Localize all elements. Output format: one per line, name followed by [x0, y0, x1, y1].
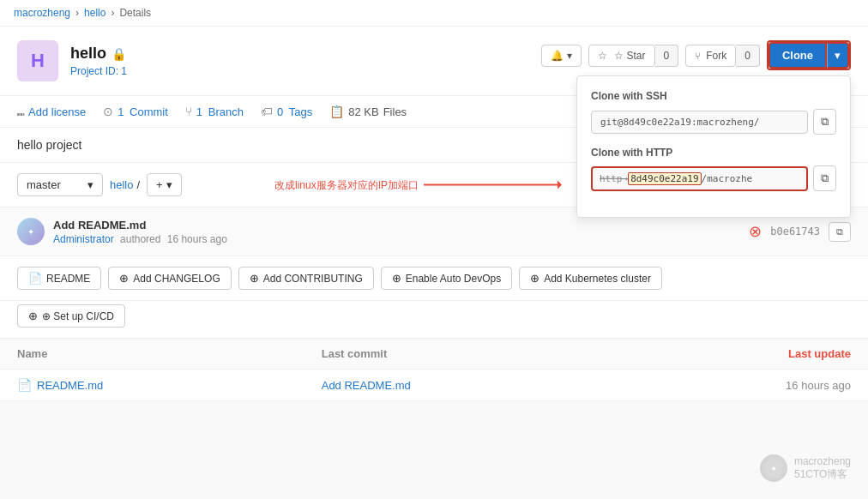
path-breadcrumb: hello /: [110, 178, 140, 191]
notify-arrow: ▾: [567, 50, 572, 62]
branches-stat: ⑂ 1 Branch: [185, 105, 244, 118]
http-copy-button[interactable]: ⧉: [813, 165, 836, 191]
breadcrumb-hello[interactable]: hello: [84, 7, 105, 19]
tags-label: Tags: [289, 105, 312, 118]
license-icon: ⑉: [17, 105, 24, 118]
plus-icon-cicd: ⊕: [28, 310, 38, 322]
table-row: 📄 README.md Add README.md 16 hours ago: [0, 370, 868, 401]
chevron-down-icon: ▾: [835, 49, 841, 62]
commit-error-icon: ⊗: [749, 222, 762, 241]
project-id: Project ID: 1: [70, 65, 127, 77]
star-button[interactable]: ☆ ☆ Star: [588, 45, 654, 67]
setup-bar: ⊕ ⊕ Set up CI/CD: [0, 301, 868, 339]
files-size: 82 KB: [348, 105, 378, 118]
bell-icon: 🔔: [551, 50, 564, 62]
fork-icon: ⑂: [695, 51, 701, 61]
file-link-readme[interactable]: 📄 README.md: [17, 378, 287, 392]
http-prefix: http→: [600, 173, 628, 184]
plus-icon-changelog: ⊕: [119, 272, 129, 285]
files-icon: 📋: [329, 105, 344, 118]
authored-label: authored: [120, 233, 160, 245]
breadcrumb: macrozheng › hello › Details: [0, 0, 868, 27]
http-section-title: Clone with HTTP: [591, 147, 836, 159]
copy-icon-2: ⧉: [821, 171, 829, 184]
last-commit-header: Last commit: [304, 339, 617, 370]
plus-icon: +: [156, 178, 163, 191]
lock-icon: 🔒: [112, 47, 126, 61]
fork-count: 0: [736, 45, 760, 67]
star-label: ☆ Star: [614, 50, 645, 62]
copy-icon: ⧉: [821, 115, 829, 128]
ssh-section-title: Clone with SSH: [591, 90, 836, 102]
breadcrumb-sep2: ›: [111, 7, 114, 19]
plus-icon-devops: ⊕: [392, 272, 401, 285]
commit-hash: b0e61743: [770, 225, 820, 237]
clone-arrow-button[interactable]: ▾: [827, 42, 849, 69]
breadcrumb-current: Details: [119, 7, 151, 19]
clone-dropdown: Clone with SSH ⧉ Clone with HTTP http→ 8…: [576, 75, 851, 218]
commits-stat: ⊙ 1 Commit: [103, 105, 168, 118]
chevron-down-icon-branch: ▾: [87, 178, 93, 191]
star-count: 0: [655, 45, 679, 67]
fork-label: Fork: [706, 50, 726, 62]
commit-author-link[interactable]: Administrator: [53, 233, 114, 245]
suggestion-bar: 📄 README ⊕ Add CHANGELOG ⊕ Add CONTRIBUT…: [0, 256, 868, 301]
star-icon: ☆: [598, 50, 607, 62]
commits-link[interactable]: 1 Commit: [118, 105, 168, 118]
branch-selector[interactable]: master ▾: [17, 173, 103, 196]
file-icon: 📄: [17, 378, 32, 392]
add-arrow: ▾: [166, 178, 172, 191]
commit-copy-button[interactable]: ⧉: [829, 222, 851, 242]
file-icon-readme: 📄: [28, 272, 42, 285]
commits-count: 1: [118, 105, 124, 118]
file-commit-link[interactable]: Add README.md: [322, 379, 411, 392]
tags-stat: 🏷 0 Tags: [261, 105, 312, 118]
file-name: README.md: [37, 379, 103, 392]
ssh-copy-button[interactable]: ⧉: [813, 109, 836, 135]
contributing-label: Add CONTRIBUTING: [263, 273, 363, 285]
cicd-label: ⊕ Set up CI/CD: [42, 310, 114, 322]
breadcrumb-macrozheng[interactable]: macrozheng: [14, 7, 70, 19]
tags-link[interactable]: 0 Tags: [277, 105, 312, 118]
kubernetes-label: Add Kubernetes cluster: [544, 273, 651, 285]
http-suffix: /macrozhe: [702, 173, 753, 184]
contributing-suggestion[interactable]: ⊕ Add CONTRIBUTING: [238, 267, 374, 290]
breadcrumb-sep1: ›: [75, 7, 79, 19]
file-last-update: 16 hours ago: [617, 370, 868, 401]
changelog-suggestion[interactable]: ⊕ Add CHANGELOG: [108, 267, 231, 290]
name-header: Name: [0, 339, 304, 370]
clone-button[interactable]: Clone: [769, 42, 827, 69]
add-file-button[interactable]: + ▾: [147, 173, 182, 196]
project-name: hello: [70, 45, 106, 63]
ssh-clone-input[interactable]: [591, 111, 808, 134]
plus-icon-k8s: ⊕: [530, 272, 539, 285]
branches-icon: ⑂: [185, 105, 192, 118]
plus-icon-contributing: ⊕: [250, 272, 259, 285]
kubernetes-suggestion[interactable]: ⊕ Add Kubernetes cluster: [519, 267, 662, 290]
tags-icon: 🏷: [261, 105, 273, 118]
branches-count: 1: [196, 105, 202, 118]
commit-avatar: ✦: [17, 218, 45, 245]
copy-commit-icon: ⧉: [836, 226, 843, 237]
branches-label: Branch: [208, 105, 244, 118]
commits-label: Commit: [130, 105, 168, 118]
arrow-line: [424, 184, 561, 186]
setup-cicd-button[interactable]: ⊕ ⊕ Set up CI/CD: [17, 304, 125, 328]
commits-icon: ⊙: [103, 105, 113, 118]
path-hello-link[interactable]: hello: [110, 178, 133, 191]
devops-suggestion[interactable]: ⊕ Enable Auto DevOps: [381, 267, 512, 290]
fork-button[interactable]: ⑂ Fork: [685, 45, 736, 67]
annotation-container: 改成linux服务器对应的IP加端口: [274, 177, 561, 192]
devops-label: Enable Auto DevOps: [406, 273, 501, 285]
annotation-text: 改成linux服务器对应的IP加端口: [274, 177, 419, 192]
branches-link[interactable]: 1 Branch: [196, 105, 244, 118]
branch-name: master: [27, 178, 61, 191]
files-label: Files: [383, 105, 407, 118]
file-table: Name Last commit Last update 📄 README.md…: [0, 339, 868, 401]
project-avatar: H: [17, 40, 58, 81]
http-highlighted-ip: 8d49c0e22a19: [628, 172, 701, 185]
add-license-link[interactable]: Add license: [28, 105, 86, 118]
add-license-stat[interactable]: ⑉ Add license: [17, 105, 86, 118]
readme-suggestion[interactable]: 📄 README: [17, 267, 101, 290]
notify-button[interactable]: 🔔 ▾: [541, 45, 582, 67]
